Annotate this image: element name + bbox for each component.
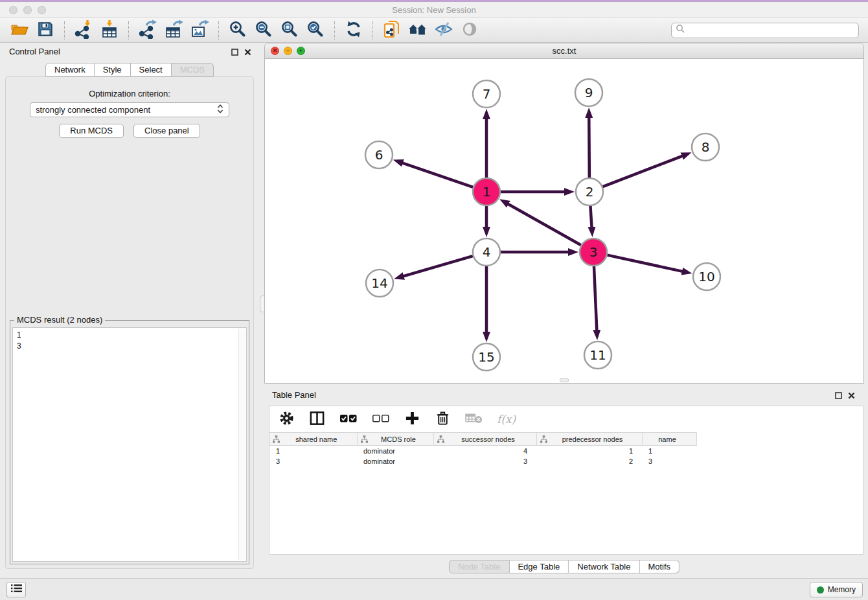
edge-3-1[interactable] bbox=[507, 203, 581, 245]
search-input[interactable] bbox=[685, 25, 854, 36]
import-table-button[interactable] bbox=[97, 19, 122, 41]
tab-node-table[interactable]: Node Table bbox=[449, 560, 510, 573]
memory-label: Memory bbox=[828, 585, 856, 594]
node-6[interactable]: 6 bbox=[365, 141, 393, 168]
node-4[interactable]: 4 bbox=[473, 238, 500, 266]
open-session-button[interactable] bbox=[6, 19, 32, 41]
close-panel-icon[interactable] bbox=[244, 47, 251, 58]
column-header-name[interactable]: name bbox=[642, 433, 696, 446]
column-header-shared-name[interactable]: shared name bbox=[269, 433, 357, 446]
function-builder-icon: f(x) bbox=[497, 413, 516, 426]
table-row[interactable]: 3dominator323 bbox=[269, 456, 863, 467]
tab-motifs[interactable]: Motifs bbox=[639, 560, 680, 573]
tab-mcds[interactable]: MCDS bbox=[172, 63, 214, 76]
zoom-fit-button[interactable] bbox=[277, 19, 303, 41]
toolbar-separator bbox=[64, 21, 65, 40]
save-session-button[interactable] bbox=[32, 19, 58, 41]
control-panel: Control Panel NetworkStyleSelectMCDS Opt… bbox=[0, 43, 259, 578]
node-14[interactable]: 14 bbox=[366, 270, 393, 297]
refresh-layout-button[interactable] bbox=[341, 19, 367, 41]
column-header-MCDS-role[interactable]: MCDS role bbox=[357, 433, 433, 446]
zoom-out-button[interactable] bbox=[251, 19, 277, 41]
add-column-icon[interactable] bbox=[404, 410, 420, 429]
eye-disabled-icon bbox=[461, 21, 478, 40]
mcds-panel: Optimization criterion: strongly connect… bbox=[5, 76, 254, 569]
edge-3-10[interactable] bbox=[607, 255, 683, 271]
node-9[interactable]: 9 bbox=[575, 79, 602, 106]
node-11[interactable]: 11 bbox=[584, 341, 611, 369]
zoom-out-icon bbox=[255, 20, 273, 41]
table-panel-header: Table Panel bbox=[264, 386, 864, 404]
svg-text:4: 4 bbox=[483, 244, 491, 260]
edge-2-9[interactable] bbox=[589, 117, 589, 178]
import-network-button[interactable] bbox=[71, 19, 97, 41]
homes-icon bbox=[408, 21, 428, 40]
tab-select[interactable]: Select bbox=[131, 63, 172, 76]
memory-button[interactable]: Memory bbox=[810, 582, 863, 597]
network-graph: 1234678910111415 bbox=[265, 59, 863, 383]
column-header-predecessor-nodes[interactable]: predecessor nodes bbox=[536, 433, 642, 446]
mcds-result-textarea[interactable]: 1 3 bbox=[12, 327, 247, 562]
task-history-button[interactable] bbox=[6, 582, 26, 597]
window-titlebar[interactable]: Session: New Session bbox=[0, 2, 868, 18]
control-panel-title: Control Panel bbox=[9, 47, 60, 56]
search-field[interactable] bbox=[671, 23, 859, 38]
mcds-result-text: 1 3 bbox=[13, 328, 246, 354]
node-7[interactable]: 7 bbox=[473, 80, 500, 108]
zoom-selected-icon bbox=[306, 20, 325, 41]
export-image-icon bbox=[190, 19, 209, 41]
run-mcds-button[interactable]: Run MCDS bbox=[59, 124, 124, 138]
edge-2-8[interactable] bbox=[603, 156, 683, 187]
close-panel-button[interactable]: Close panel bbox=[133, 124, 200, 138]
tab-edge-table[interactable]: Edge Table bbox=[509, 560, 569, 573]
tab-style[interactable]: Style bbox=[95, 63, 131, 76]
float-table-panel-icon[interactable] bbox=[835, 390, 842, 402]
clone-network-icon bbox=[382, 19, 402, 41]
delete-column-icon[interactable] bbox=[435, 410, 451, 429]
network-canvas[interactable]: 1234678910111415 bbox=[265, 59, 863, 383]
show-panel-button[interactable] bbox=[457, 19, 483, 41]
toolbar-separator bbox=[218, 21, 219, 40]
node-8[interactable]: 8 bbox=[692, 133, 719, 161]
close-table-panel-icon[interactable] bbox=[848, 390, 855, 402]
toolbar-separator bbox=[372, 21, 373, 40]
export-network-button[interactable] bbox=[135, 19, 161, 41]
zoom-in-button[interactable] bbox=[225, 19, 251, 41]
node-1[interactable]: 1 bbox=[473, 178, 500, 205]
node-3[interactable]: 3 bbox=[580, 238, 607, 266]
export-image-button[interactable] bbox=[187, 19, 212, 41]
edge-4-14[interactable] bbox=[403, 256, 473, 277]
tab-network-table[interactable]: Network Table bbox=[569, 560, 639, 573]
show-columns-icon[interactable] bbox=[309, 410, 325, 429]
canvas-resize-handle[interactable] bbox=[560, 378, 569, 382]
node-15[interactable]: 15 bbox=[473, 343, 500, 371]
hierarchy-icon bbox=[437, 435, 444, 443]
tab-network[interactable]: Network bbox=[45, 63, 95, 76]
node-2[interactable]: 2 bbox=[576, 178, 603, 205]
table-settings-gear-icon[interactable] bbox=[279, 410, 295, 429]
workspace: Control Panel NetworkStyleSelectMCDS Opt… bbox=[0, 43, 868, 578]
hide-panel-button[interactable] bbox=[431, 19, 457, 41]
home-layout-button[interactable] bbox=[405, 19, 431, 41]
edge-1-6[interactable] bbox=[402, 163, 473, 187]
control-panel-header: Control Panel bbox=[0, 43, 259, 60]
table-row[interactable]: 1dominator411 bbox=[269, 446, 863, 456]
result-scrollbar[interactable] bbox=[238, 329, 246, 560]
export-table-button[interactable] bbox=[161, 19, 187, 41]
optimization-criterion-select[interactable]: strongly connected component bbox=[30, 102, 229, 117]
toolbar-separator bbox=[128, 21, 129, 40]
float-panel-icon[interactable] bbox=[231, 47, 238, 58]
toolbar-separator bbox=[334, 21, 335, 40]
column-header-successor-nodes[interactable]: successor nodes bbox=[433, 433, 536, 446]
open-folder-icon bbox=[10, 21, 29, 40]
clone-network-button[interactable] bbox=[379, 19, 405, 41]
node-10[interactable]: 10 bbox=[693, 263, 720, 290]
export-network-icon bbox=[138, 19, 157, 41]
edge-3-11[interactable] bbox=[594, 266, 597, 331]
deselect-all-columns-icon[interactable] bbox=[372, 410, 390, 429]
zoom-selected-button[interactable] bbox=[303, 19, 328, 41]
network-window-titlebar[interactable]: ✕ − + scc.txt bbox=[265, 43, 863, 59]
select-all-columns-icon[interactable] bbox=[339, 410, 358, 429]
edge-2-3[interactable] bbox=[590, 206, 591, 228]
svg-text:8: 8 bbox=[702, 139, 710, 155]
